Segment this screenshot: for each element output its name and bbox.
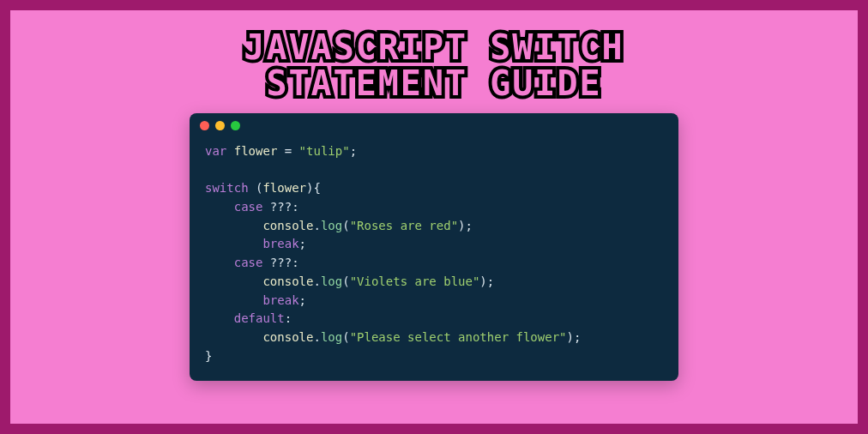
content-frame: JAVASCRIPT SWITCH STATEMENT GUIDE var fl… <box>10 10 858 424</box>
close-icon <box>200 121 209 130</box>
dot2: . <box>313 274 320 288</box>
paren-open: ( <box>249 181 263 195</box>
semicolon: ; <box>350 144 357 158</box>
keyword-switch: switch <box>205 181 249 195</box>
paren1-open: ( <box>342 219 349 232</box>
brace-open: ){ <box>306 181 321 195</box>
string-violets: "Violets are blue" <box>350 274 480 288</box>
string-select: "Please select another flower" <box>350 330 567 344</box>
case1-placeholder: ???: <box>262 200 298 214</box>
minimize-icon <box>215 121 225 130</box>
log3: log <box>321 330 342 344</box>
dot3: . <box>313 330 320 344</box>
console3: console <box>262 330 313 344</box>
semicolon-break1: ; <box>299 237 306 250</box>
paren3-open: ( <box>342 330 349 344</box>
paren2-open: ( <box>342 274 349 288</box>
page-title: JAVASCRIPT SWITCH STATEMENT GUIDE <box>244 29 624 101</box>
brace-close: } <box>205 349 212 363</box>
title-line-2: STATEMENT GUIDE <box>266 63 601 103</box>
semicolon-break2: ; <box>299 293 306 307</box>
equals: = <box>277 144 298 158</box>
keyword-case1: case <box>234 200 263 214</box>
dot1: . <box>313 219 320 232</box>
identifier-flower: flower <box>234 144 278 158</box>
keyword-break1: break <box>262 237 298 250</box>
identifier-flower2: flower <box>262 181 306 195</box>
default-colon: : <box>285 311 292 325</box>
title-line-1: JAVASCRIPT SWITCH <box>244 27 624 67</box>
paren3-close: ); <box>567 330 582 344</box>
string-roses: "Roses are red" <box>350 219 458 232</box>
console1: console <box>262 219 313 232</box>
code-editor-window: var flower = "tulip"; switch (flower){ c… <box>190 113 678 381</box>
log1: log <box>321 219 342 232</box>
console2: console <box>262 274 313 288</box>
string-tulip: "tulip" <box>299 144 350 158</box>
keyword-break2: break <box>262 293 298 307</box>
case2-placeholder: ???: <box>262 256 298 269</box>
window-titlebar <box>190 113 678 137</box>
maximize-icon <box>231 121 240 130</box>
code-block: var flower = "tulip"; switch (flower){ c… <box>190 137 678 381</box>
paren2-close: ); <box>479 274 494 288</box>
keyword-var: var <box>205 144 226 158</box>
paren1-close: ); <box>458 219 473 232</box>
keyword-default: default <box>234 311 285 325</box>
keyword-case2: case <box>234 256 263 269</box>
log2: log <box>321 274 342 288</box>
